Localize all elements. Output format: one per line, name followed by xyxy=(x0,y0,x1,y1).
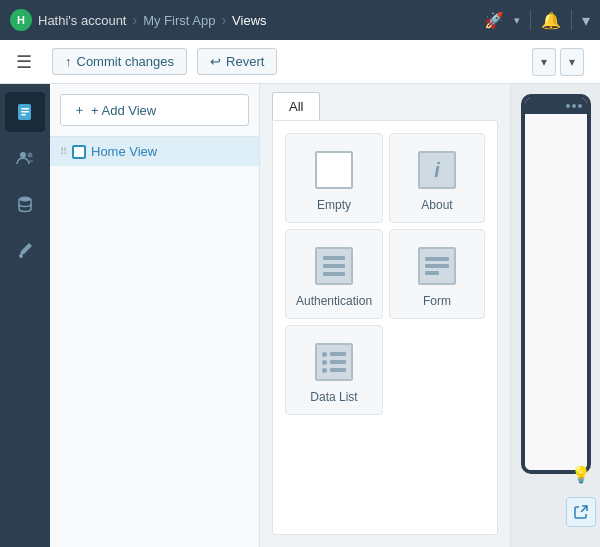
users-icon xyxy=(15,148,35,168)
template-about-label: About xyxy=(421,198,452,212)
breadcrumb-views[interactable]: Views xyxy=(232,13,266,28)
signal-dot3 xyxy=(578,104,582,108)
sidebar-item-views[interactable] xyxy=(5,92,45,132)
add-view-button[interactable]: ＋ + Add View xyxy=(60,94,249,126)
hamburger-icon[interactable]: ☰ xyxy=(16,51,32,73)
brush-icon xyxy=(15,240,35,260)
svg-rect-2 xyxy=(21,111,29,113)
template-form[interactable]: Form xyxy=(389,229,485,319)
svg-rect-3 xyxy=(21,114,26,116)
drag-handle-icon: ⠿ xyxy=(60,146,67,157)
form-line1 xyxy=(425,257,449,261)
empty-icon-wrapper xyxy=(312,148,356,192)
template-empty-label: Empty xyxy=(317,198,351,212)
breadcrumb-app[interactable]: My First App xyxy=(143,13,215,28)
more-icon[interactable]: ▾ xyxy=(582,11,590,30)
datalist-row3 xyxy=(322,368,346,373)
auth-icon-wrapper xyxy=(312,244,356,288)
svg-point-5 xyxy=(28,153,33,158)
account-label[interactable]: Hathi's account xyxy=(38,13,126,28)
sidebar-item-brush[interactable] xyxy=(5,230,45,270)
sidebar-item-database[interactable] xyxy=(5,184,45,224)
phone-preview: 💡 xyxy=(510,84,600,547)
auth-icon xyxy=(315,247,353,285)
brand: H Hathi's account xyxy=(10,9,126,31)
revert-icon: ↩ xyxy=(210,54,221,69)
datalist-dot3 xyxy=(322,368,327,373)
nav-divider1 xyxy=(530,10,531,30)
document-icon xyxy=(15,102,35,122)
sidebar-item-users[interactable] xyxy=(5,138,45,178)
panel-sidebar: ＋ + Add View ⠿ Home View xyxy=(50,84,260,547)
signal-dot2 xyxy=(572,104,576,108)
view-type-icon xyxy=(72,145,86,159)
svg-point-7 xyxy=(19,254,23,258)
template-form-label: Form xyxy=(423,294,451,308)
plus-icon: ＋ xyxy=(73,101,86,119)
rocket-icon[interactable]: 🚀 xyxy=(484,11,504,30)
svg-point-4 xyxy=(20,152,26,158)
form-line3 xyxy=(425,271,439,275)
datalist-bar3 xyxy=(330,368,346,372)
toolbar-chevron-up[interactable]: ▾ xyxy=(560,48,584,76)
form-icon xyxy=(418,247,456,285)
revert-label: Revert xyxy=(226,54,264,69)
auth-line1 xyxy=(323,256,345,260)
datalist-dot1 xyxy=(322,352,327,357)
svg-point-6 xyxy=(19,197,31,202)
toolbar-right: ▾ ▾ xyxy=(532,48,584,76)
lightbulb-icon[interactable]: 💡 xyxy=(566,459,596,489)
tab-all[interactable]: All xyxy=(272,92,320,120)
nav-right: 🚀 ▾ 🔔 ▾ xyxy=(484,10,590,30)
template-datalist-label: Data List xyxy=(310,390,357,404)
signal-dot1 xyxy=(566,104,570,108)
icon-sidebar xyxy=(0,84,50,547)
toolbar: ☰ ↑ Commit changes ↩ Revert ▾ ▾ xyxy=(0,40,600,84)
phone-bottom-icons: 💡 xyxy=(562,455,600,531)
view-tabs: All xyxy=(260,84,510,120)
commit-button[interactable]: ↑ Commit changes xyxy=(52,48,187,75)
datalist-row1 xyxy=(322,352,346,357)
revert-button[interactable]: ↩ Revert xyxy=(197,48,277,75)
commit-label: Commit changes xyxy=(77,54,175,69)
commit-icon: ↑ xyxy=(65,54,72,69)
external-link-icon[interactable] xyxy=(566,497,596,527)
tree-item-home-view[interactable]: ⠿ Home View xyxy=(50,137,259,166)
add-view-label: + Add View xyxy=(91,103,156,118)
phone-frame xyxy=(521,94,591,474)
phone-status-bar xyxy=(525,98,587,114)
content-area: All Empty i About xyxy=(260,84,510,547)
auth-line2 xyxy=(323,264,345,268)
tree-item-label: Home View xyxy=(91,144,157,159)
external-link-svg xyxy=(573,504,589,520)
template-about[interactable]: i About xyxy=(389,133,485,223)
about-icon: i xyxy=(418,151,456,189)
main-layout: ＋ + Add View ⠿ Home View All Empty xyxy=(0,84,600,547)
toolbar-chevron-down[interactable]: ▾ xyxy=(532,48,556,76)
svg-rect-1 xyxy=(21,108,29,110)
template-grid: Empty i About A xyxy=(285,133,485,415)
empty-icon xyxy=(315,151,353,189)
datalist-dot2 xyxy=(322,360,327,365)
about-icon-wrapper: i xyxy=(415,148,459,192)
datalist-icon xyxy=(315,343,353,381)
breadcrumb-sep1: › xyxy=(132,12,137,28)
brand-logo: H xyxy=(10,9,32,31)
breadcrumb-sep2: › xyxy=(221,12,226,28)
datalist-bar1 xyxy=(330,352,346,356)
datalist-row2 xyxy=(322,360,346,365)
chevron-down-icon[interactable]: ▾ xyxy=(514,14,520,27)
auth-line3 xyxy=(323,272,345,276)
database-icon xyxy=(15,194,35,214)
template-empty[interactable]: Empty xyxy=(285,133,383,223)
nav-divider2 xyxy=(571,10,572,30)
template-authentication[interactable]: Authentication xyxy=(285,229,383,319)
bell-icon[interactable]: 🔔 xyxy=(541,11,561,30)
datalist-icon-wrapper xyxy=(312,340,356,384)
template-auth-label: Authentication xyxy=(296,294,372,308)
template-grid-wrapper: Empty i About A xyxy=(272,120,498,535)
panel-toolbar: ＋ + Add View xyxy=(50,84,259,137)
form-icon-wrapper xyxy=(415,244,459,288)
template-datalist[interactable]: Data List xyxy=(285,325,383,415)
phone-content xyxy=(525,114,587,470)
